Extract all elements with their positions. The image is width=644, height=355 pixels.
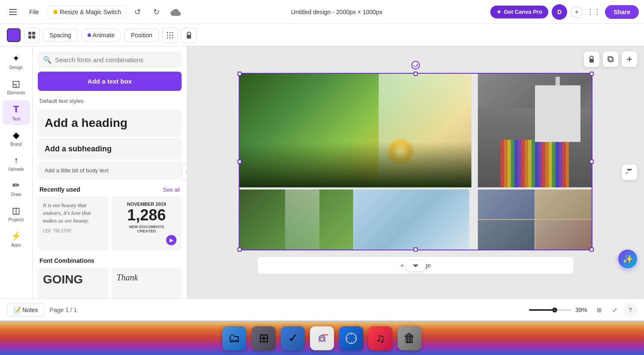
collage-cell-1 [478, 190, 535, 219]
help-button[interactable]: ? [623, 303, 637, 317]
elements-label: Elements [7, 90, 25, 95]
color-picker-button[interactable] [7, 28, 21, 42]
redo-button[interactable]: ↻ [149, 4, 164, 20]
user-avatar[interactable]: D [552, 4, 567, 20]
svg-point-14 [169, 37, 170, 38]
sidebar-item-text[interactable]: T Text [3, 100, 30, 125]
canva-pro-label: Get Canva Pro [504, 9, 543, 15]
grid-view-button[interactable]: ⊞ [592, 303, 606, 317]
canva-ai-button[interactable]: ✨ [618, 250, 637, 268]
hide-panel-button[interactable]: ‹ [182, 164, 187, 181]
main-layout: ✦ Design ◱ Elements T Text ◆ Brand ↑ Upl… [0, 46, 644, 298]
font-combo-2-label: Thank [117, 273, 177, 283]
layout-button[interactable] [24, 27, 39, 43]
add-text-box-button[interactable]: Add a text box [38, 72, 182, 91]
pattern-button[interactable] [162, 27, 178, 43]
handle-tm[interactable] [413, 72, 418, 76]
sidebar-item-apps[interactable]: ⚡ Apps [3, 227, 30, 251]
design-label: Design [9, 65, 23, 70]
get-canva-pro-button[interactable]: ✦ Get Canva Pro [490, 6, 549, 18]
add-collaborator-button[interactable]: + [571, 6, 583, 18]
tolstoy-author: LEO TOLSTOY [43, 229, 103, 233]
zoom-slider[interactable] [529, 309, 572, 311]
file-menu-button[interactable]: File [24, 6, 44, 18]
rotate-handle[interactable] [411, 61, 420, 69]
add-body-style[interactable]: Add a little bit of body text [38, 161, 182, 179]
handle-ml[interactable] [237, 159, 242, 164]
handle-br[interactable] [589, 247, 594, 252]
dock-music[interactable]: ♫ [368, 326, 392, 350]
see-all-button[interactable]: See all [163, 187, 180, 193]
view-buttons: ⊞ ⤢ ? [592, 303, 637, 317]
sidebar-item-design[interactable]: ✦ Design [3, 50, 30, 73]
dock-launchpad[interactable]: ⊞ [252, 326, 276, 350]
svg-rect-1 [9, 12, 17, 12]
sidebar-item-elements[interactable]: ◱ Elements [3, 75, 30, 99]
apps-label: Apps [11, 243, 21, 247]
handle-tl[interactable] [237, 72, 242, 76]
add-subheading-style[interactable]: Add a subheading [38, 138, 182, 159]
svg-point-13 [167, 37, 168, 38]
animate-dot-icon [88, 33, 91, 37]
sidebar-item-draw[interactable]: ✏ Draw [3, 177, 30, 200]
spacing-button[interactable]: Spacing [43, 29, 78, 42]
font-combo-1[interactable]: GOING [38, 268, 108, 298]
show-pages-button[interactable] [405, 261, 426, 271]
zoom-slider-thumb[interactable] [552, 307, 557, 313]
magic-switch-label: Resize & Magic Switch [60, 9, 121, 15]
font-preview-stats[interactable]: NOVEMBER 2019 1,286 NEW DOCUMENTS CREATE… [112, 196, 182, 250]
undo-button[interactable]: ↺ [130, 4, 146, 20]
star-icon: ✦ [496, 9, 501, 15]
animate-label: Animate [93, 32, 115, 39]
uploads-label: Uploads [8, 167, 24, 171]
subheading-preview: Add a subheading [45, 144, 112, 153]
notes-button[interactable]: 📝 Notes [7, 304, 45, 316]
notes-icon: 📝 [13, 307, 21, 313]
iceland-street-image [478, 74, 592, 187]
svg-rect-6 [32, 36, 35, 39]
refresh-canvas-button[interactable] [622, 165, 637, 180]
magic-dot-icon [53, 10, 58, 14]
add-heading-style[interactable]: Add a heading [38, 109, 182, 137]
font-preview-tolstoy[interactable]: It is not beauty that endears, it's love… [38, 196, 108, 250]
handle-tr[interactable] [589, 72, 594, 76]
options-button[interactable]: ⋮⋮ [586, 4, 601, 20]
sidebar-item-projects[interactable]: ◫ Projects [3, 202, 30, 226]
sidebar-item-uploads[interactable]: ↑ Uploads [3, 152, 30, 175]
dock-trash[interactable]: 🗑 [398, 326, 422, 350]
sidebar-item-brand[interactable]: ◆ Brand [3, 126, 30, 150]
canvas-container [240, 74, 592, 250]
svg-rect-16 [187, 35, 191, 39]
dock-chrome[interactable] [310, 326, 334, 350]
handle-bl[interactable] [237, 247, 242, 252]
dock-things[interactable]: ✓ [281, 326, 305, 350]
canvas-frame[interactable] [240, 74, 592, 250]
dock-safari[interactable] [339, 326, 363, 350]
panel-scroll: Default text styles Add a heading Add a … [33, 96, 187, 298]
svg-point-12 [172, 34, 173, 36]
magic-switch-button[interactable]: Resize & Magic Switch [48, 6, 127, 18]
font-combo-2[interactable]: Thank [112, 268, 182, 298]
font-previews: It is not beauty that endears, it's love… [33, 196, 187, 256]
svg-point-9 [172, 32, 173, 33]
notes-label: Notes [22, 307, 38, 313]
search-input[interactable] [55, 56, 176, 63]
share-button[interactable]: Share [605, 5, 639, 19]
stats-docs: NEW DOCUMENTS CREATED [129, 225, 164, 233]
handle-mr[interactable] [589, 159, 594, 164]
apps-icon: ⚡ [11, 231, 21, 241]
collage-cell-3 [478, 220, 535, 250]
animate-button[interactable]: Animate [81, 29, 121, 42]
fullscreen-button[interactable]: ⤢ [608, 303, 622, 317]
menu-button[interactable] [5, 4, 21, 20]
search-bar: 🔍 [38, 51, 182, 68]
handle-bm[interactable] [413, 247, 418, 252]
stats-arrow-icon: ▶ [166, 235, 176, 245]
lock-button[interactable] [181, 27, 197, 43]
dock-finder[interactable]: 🗂 [222, 326, 246, 350]
font-combo-previews: GOING Thank [33, 268, 187, 298]
cloud-save-button[interactable] [168, 4, 183, 20]
zoom-bar: 39% [529, 307, 587, 313]
position-button[interactable]: Position [125, 29, 159, 42]
svg-rect-0 [9, 9, 17, 10]
